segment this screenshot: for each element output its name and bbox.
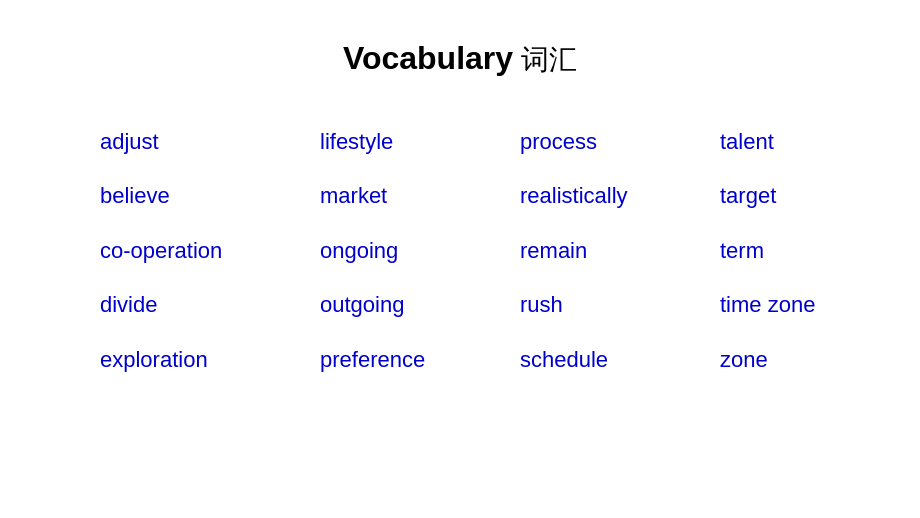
word-rush: rush [520, 292, 720, 318]
word-lifestyle: lifestyle [320, 129, 520, 155]
word-time-zone: time zone [720, 292, 920, 318]
word-schedule: schedule [520, 347, 720, 373]
word-ongoing: ongoing [320, 238, 520, 264]
vocab-column-4: talent target term time zone zone [720, 129, 920, 373]
word-term: term [720, 238, 920, 264]
vocab-column-2: lifestyle market ongoing outgoing prefer… [320, 129, 520, 373]
word-exploration: exploration [100, 347, 320, 373]
word-market: market [320, 183, 520, 209]
word-talent: talent [720, 129, 920, 155]
word-outgoing: outgoing [320, 292, 520, 318]
title-english: Vocabulary [343, 40, 513, 76]
word-target: target [720, 183, 920, 209]
word-co-operation: co-operation [100, 238, 320, 264]
title-chinese: 词汇 [521, 44, 577, 75]
word-preference: preference [320, 347, 520, 373]
word-process: process [520, 129, 720, 155]
title-area: Vocabulary词汇 [60, 40, 860, 79]
word-realistically: realistically [520, 183, 720, 209]
word-adjust: adjust [100, 129, 320, 155]
word-divide: divide [100, 292, 320, 318]
page-container: Vocabulary词汇 adjust believe co-operation… [0, 0, 920, 518]
word-zone: zone [720, 347, 920, 373]
vocab-grid: adjust believe co-operation divide explo… [100, 129, 860, 373]
word-remain: remain [520, 238, 720, 264]
word-believe: believe [100, 183, 320, 209]
vocab-column-3: process realistically remain rush schedu… [520, 129, 720, 373]
vocab-column-1: adjust believe co-operation divide explo… [100, 129, 320, 373]
